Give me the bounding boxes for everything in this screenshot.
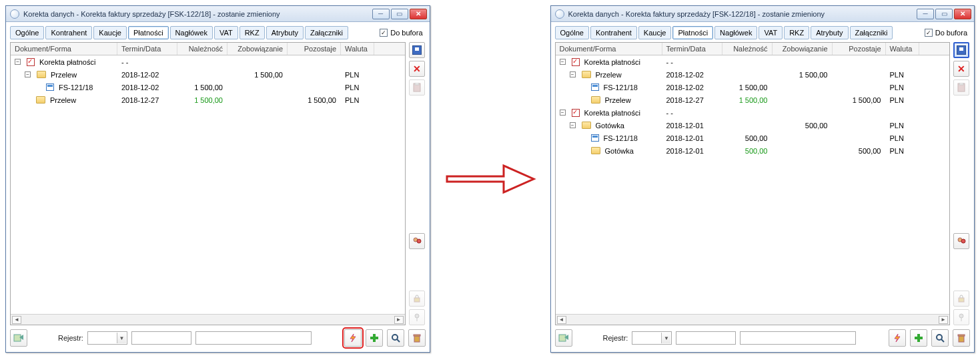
expand-toggle[interactable]: −	[15, 59, 21, 65]
export-button[interactable]	[10, 329, 27, 347]
cell-termin: 2018-12-27	[662, 96, 722, 104]
column-waluta[interactable]: Waluta	[341, 43, 374, 55]
column-dokument[interactable]: Dokument/Forma	[556, 43, 662, 55]
expand-toggle[interactable]: −	[570, 122, 576, 128]
buffer-checkbox[interactable]: ✓ Do bufora	[925, 29, 970, 37]
tree-row[interactable]: FS-121/182018-12-021 500,00PLN	[556, 81, 950, 94]
scroll-left-icon[interactable]: ◄	[12, 316, 21, 324]
maximize-button[interactable]: ▭	[935, 9, 953, 19]
window-title: Korekta danych - Korekta faktury sprzeda…	[23, 10, 372, 18]
rejestr-input-2[interactable]	[740, 331, 856, 345]
horizontal-scrollbar[interactable]: ◄ ►	[556, 314, 950, 325]
rejestr-input-1[interactable]	[131, 331, 191, 345]
tab-naglowek[interactable]: Nagłówek	[170, 26, 213, 39]
document-icon	[591, 134, 599, 142]
delete-button[interactable]: ✕	[409, 61, 425, 77]
scroll-left-icon[interactable]: ◄	[557, 316, 566, 324]
column-zobowiazanie[interactable]: Zobowiązanie	[773, 43, 833, 55]
column-termin[interactable]: Termin/Data	[662, 43, 722, 55]
add-button[interactable]	[366, 329, 383, 347]
rejestr-input-1[interactable]	[676, 331, 736, 345]
horizontal-scrollbar[interactable]: ◄ ►	[11, 314, 405, 325]
tree-row[interactable]: −Gotówka2018-12-01500,00PLN	[556, 119, 950, 132]
tab-ogolne[interactable]: Ogólne	[555, 26, 589, 39]
tree-row[interactable]: −Korekta płatności- -	[556, 106, 950, 119]
generate-button[interactable]	[889, 329, 906, 347]
tree-row[interactable]: FS-121/182018-12-01500,00PLN	[556, 132, 950, 144]
search-button[interactable]	[931, 329, 949, 347]
close-button[interactable]: ✕	[410, 9, 427, 19]
tab-ogolne[interactable]: Ogólne	[10, 26, 44, 39]
tab-vat[interactable]: VAT	[759, 26, 783, 39]
scroll-right-icon[interactable]: ►	[394, 316, 404, 324]
svg-rect-12	[414, 336, 420, 342]
buffer-checkbox[interactable]: ✓ Do bufora	[380, 29, 425, 37]
expand-toggle[interactable]: −	[25, 71, 31, 77]
tab-naglowek[interactable]: Nagłówek	[714, 26, 757, 39]
tree-row[interactable]: FS-121/182018-12-021 500,00PLN	[11, 81, 405, 94]
tab-rkz[interactable]: RKZ	[239, 26, 265, 39]
add-button[interactable]	[910, 329, 927, 347]
column-zobowiazanie[interactable]: Zobowiązanie	[227, 43, 288, 55]
save-button[interactable]	[409, 42, 425, 58]
cell-termin: 2018-12-02	[117, 83, 177, 92]
expand-toggle[interactable]: −	[560, 59, 566, 65]
expand-toggle[interactable]: −	[570, 71, 576, 77]
column-dokument[interactable]: Dokument/Forma	[11, 43, 117, 55]
contacts-button[interactable]	[409, 233, 425, 249]
tree-row[interactable]: −Przelew2018-12-021 500,00PLN	[556, 68, 950, 81]
tab-kontrahent[interactable]: Kontrahent	[590, 26, 637, 39]
maximize-button[interactable]: ▭	[391, 9, 408, 19]
scroll-right-icon[interactable]: ►	[939, 316, 948, 324]
search-button[interactable]	[387, 329, 404, 347]
paste-button	[953, 79, 969, 96]
grid-body[interactable]: −Korekta płatności- -−Przelew2018-12-021…	[11, 55, 405, 314]
tree-row[interactable]: −Korekta płatności- -	[11, 55, 405, 68]
tab-platnosci[interactable]: Płatności	[672, 26, 713, 39]
tab-platnosci[interactable]: Płatności	[128, 26, 169, 39]
tab-kaucje[interactable]: Kaucje	[638, 26, 672, 39]
tab-rkz[interactable]: RKZ	[784, 26, 809, 39]
grid-body[interactable]: −Korekta płatności- -−Przelew2018-12-021…	[556, 55, 950, 314]
export-button[interactable]	[555, 329, 572, 347]
tree-row[interactable]: −Przelew2018-12-021 500,00PLN	[11, 68, 405, 81]
folder-icon	[591, 96, 600, 104]
tree-row[interactable]: −Korekta płatności- -	[556, 55, 950, 68]
tree-row[interactable]: Przelew2018-12-271 500,001 500,00PLN	[11, 94, 405, 106]
delete-button[interactable]: ✕	[953, 61, 969, 77]
rejestr-combo[interactable]: ▼	[87, 331, 127, 345]
cell-naleznosc: 1 500,00	[722, 83, 773, 92]
trash-button[interactable]	[408, 329, 426, 347]
column-naleznosc[interactable]: Należność	[177, 43, 227, 55]
minimize-button[interactable]: ─	[372, 9, 390, 19]
generate-button[interactable]	[344, 329, 362, 347]
tab-zalaczniki[interactable]: Załączniki	[305, 26, 348, 39]
titlebar[interactable]: Korekta danych - Korekta faktury sprzeda…	[551, 6, 975, 22]
tab-vat[interactable]: VAT	[214, 26, 238, 39]
cell-termin: 2018-12-02	[117, 71, 177, 79]
titlebar[interactable]: Korekta danych - Korekta faktury sprzeda…	[6, 6, 430, 22]
contacts-button[interactable]	[953, 233, 969, 249]
minimize-button[interactable]: ─	[917, 9, 934, 19]
tab-kaucje[interactable]: Kaucje	[93, 26, 127, 39]
tree-row[interactable]: Przelew2018-12-271 500,001 500,00PLN	[556, 94, 950, 106]
column-termin[interactable]: Termin/Data	[117, 43, 177, 55]
column-naleznosc[interactable]: Należność	[722, 43, 773, 55]
trash-icon	[412, 333, 422, 343]
save-button[interactable]	[953, 42, 969, 58]
pin-icon	[957, 313, 966, 322]
rejestr-combo[interactable]: ▼	[632, 331, 672, 345]
column-pozostaje[interactable]: Pozostaje	[833, 43, 886, 55]
tab-zalaczniki[interactable]: Załączniki	[850, 26, 893, 39]
tab-atrybuty[interactable]: Atrybuty	[811, 26, 848, 39]
column-pozostaje[interactable]: Pozostaje	[288, 43, 341, 55]
close-button[interactable]: ✕	[954, 9, 971, 19]
row-label: FS-121/18	[604, 134, 638, 142]
tab-kontrahent[interactable]: Kontrahent	[45, 26, 92, 39]
column-waluta[interactable]: Waluta	[886, 43, 919, 55]
trash-button[interactable]	[953, 329, 970, 347]
tree-row[interactable]: Gotówka2018-12-01500,00500,00PLN	[556, 144, 950, 157]
expand-toggle[interactable]: −	[560, 110, 566, 116]
tab-atrybuty[interactable]: Atrybuty	[266, 26, 304, 39]
rejestr-input-2[interactable]	[195, 331, 312, 345]
